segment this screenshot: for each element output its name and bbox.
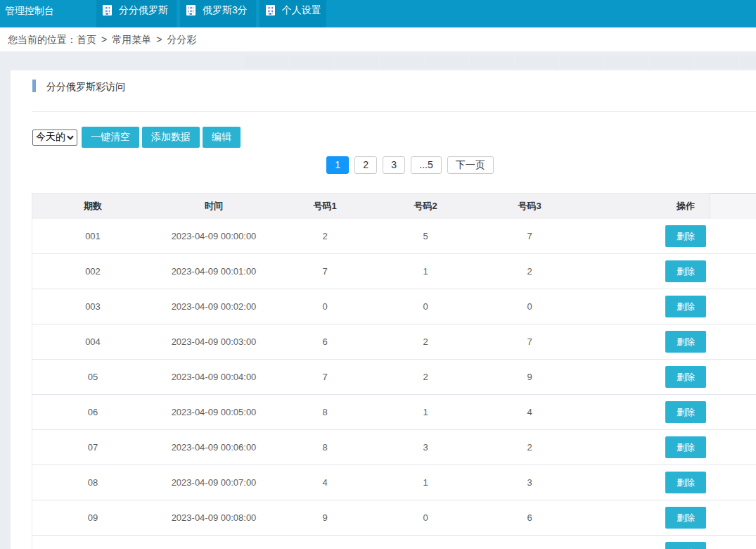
cell-n3: [475, 536, 584, 549]
nav-item-label: 俄罗斯3分: [203, 4, 248, 17]
cell-issue: 003: [32, 289, 153, 324]
period-filter-select[interactable]: 今天的: [32, 130, 77, 146]
cell-time: 2023-04-09 00:04:00: [153, 360, 274, 395]
page-button-3[interactable]: 3: [383, 156, 405, 174]
cell-issue: 05: [32, 360, 153, 395]
cell-n2: 0: [376, 500, 475, 536]
cell-time: 2023-04-09 00:08:00: [153, 500, 274, 536]
cell-issue: 08: [32, 465, 153, 500]
breadcrumb: 您当前的位置：首页>常用菜单>分分彩: [0, 27, 756, 51]
building-icon: [266, 5, 275, 15]
edit-button[interactable]: 编辑: [203, 127, 241, 148]
add-data-button[interactable]: 添加数据: [142, 127, 200, 148]
building-icon: [186, 5, 196, 15]
breadcrumb-items: 首页>常用菜单>分分彩: [77, 34, 196, 45]
cell-actions: 删除: [584, 360, 756, 395]
cell-n3: 9: [475, 360, 584, 395]
cell-n2: 1: [376, 465, 475, 500]
navbar-menu: 分分俄罗斯俄罗斯3分个人设置: [96, 0, 326, 27]
title-marker: [32, 80, 36, 92]
breadcrumb-item-0[interactable]: 首页: [77, 34, 96, 45]
toolbar: 今天的 一键清空添加数据编辑: [32, 127, 756, 148]
cell-n1: 7: [274, 360, 376, 395]
table-row: 092023-04-09 00:08:00906删除: [32, 500, 756, 536]
delete-button[interactable]: 删除: [665, 401, 706, 423]
column-header-1: 期数: [32, 193, 153, 219]
table-header-row: 期数时间号码1号码2号码3操作: [32, 193, 756, 219]
cell-n1: 2: [274, 219, 376, 254]
nav-item-settings[interactable]: 个人设置: [260, 0, 326, 27]
delete-button[interactable]: 删除: [665, 260, 706, 282]
delete-button[interactable]: 删除: [665, 296, 706, 317]
cell-issue: 002: [32, 254, 153, 289]
cell-issue: 07: [32, 430, 153, 465]
nav-item-label: 个人设置: [282, 4, 321, 17]
table-row: 0032023-04-09 00:02:00000删除: [32, 289, 756, 324]
cell-n1: 0: [274, 289, 376, 324]
table-row: 062023-04-09 00:05:00814删除: [32, 395, 756, 430]
nav-item-label: 分分俄罗斯: [119, 4, 168, 17]
cell-n2: 2: [376, 324, 475, 360]
cell-time: 2023-04-09 00:05:00: [153, 395, 274, 430]
cell-n2: 0: [376, 289, 475, 324]
next-page-button[interactable]: 下一页: [447, 156, 494, 174]
cell-issue: 09: [32, 500, 153, 536]
delete-button[interactable]: 删除: [665, 542, 706, 549]
app-title: 管理控制台: [5, 0, 54, 21]
cell-n3: 7: [475, 324, 584, 360]
page-button-2[interactable]: 2: [354, 156, 377, 174]
cell-n1: 6: [274, 324, 376, 360]
page-button-1[interactable]: 1: [326, 156, 349, 174]
cell-n2: 1: [376, 254, 475, 289]
cell-issue: 004: [32, 324, 153, 360]
chevron-down-icon: [67, 135, 74, 140]
table-row: 072023-04-09 00:06:00832删除: [32, 430, 756, 465]
delete-button[interactable]: 删除: [665, 225, 706, 247]
cell-time: [153, 536, 274, 549]
cell-n1: 9: [274, 500, 376, 536]
breadcrumb-item-1[interactable]: 常用菜单: [112, 34, 151, 45]
band-decoration: [245, 56, 756, 68]
cell-n3: 2: [475, 254, 584, 289]
delete-button[interactable]: 删除: [665, 366, 706, 388]
breadcrumb-separator: >: [156, 34, 162, 45]
delete-button[interactable]: 删除: [665, 331, 706, 353]
cell-time: 2023-04-09 00:02:00: [153, 289, 274, 324]
cell-actions: 删除: [584, 289, 756, 324]
cell-n1: 4: [274, 465, 376, 500]
delete-button[interactable]: 删除: [665, 436, 706, 458]
column-header-5: 号码3: [475, 193, 584, 219]
cell-actions: 删除: [584, 324, 756, 360]
column-header-3: 号码1: [274, 193, 376, 219]
cell-actions: 删除: [584, 536, 756, 549]
table-row: 0012023-04-09 00:00:00257删除: [32, 219, 756, 254]
table-row: 052023-04-09 00:04:00729删除: [32, 360, 756, 395]
cell-actions: 删除: [584, 219, 756, 254]
breadcrumb-item-2: 分分彩: [167, 34, 196, 45]
clear-all-button[interactable]: 一键清空: [82, 127, 139, 148]
cell-n3: 6: [475, 500, 584, 536]
cell-n1: 8: [274, 430, 376, 465]
building-icon: [103, 5, 112, 15]
cell-time: 2023-04-09 00:07:00: [153, 465, 274, 500]
cell-time: 2023-04-09 00:01:00: [153, 254, 274, 289]
cell-time: 2023-04-09 00:06:00: [153, 430, 274, 465]
cell-time: 2023-04-09 00:03:00: [153, 324, 274, 360]
delete-button[interactable]: 删除: [665, 472, 706, 493]
divider: [32, 111, 756, 112]
panel-title: 分分俄罗斯彩访问: [32, 80, 756, 92]
table-row: 0022023-04-09 00:01:00712删除: [32, 254, 756, 289]
data-table: 期数时间号码1号码2号码3操作 0012023-04-09 00:00:0025…: [32, 193, 756, 549]
table-row: 0042023-04-09 00:03:00627删除: [32, 324, 756, 360]
delete-button[interactable]: 删除: [665, 507, 706, 529]
cell-n1: 7: [274, 254, 376, 289]
page-button-...5[interactable]: ...5: [411, 156, 441, 174]
cell-n3: 2: [475, 430, 584, 465]
nav-item-els3f[interactable]: 俄罗斯3分: [180, 0, 256, 27]
breadcrumb-prefix: 您当前的位置：: [8, 34, 77, 45]
cell-actions: 删除: [584, 500, 756, 536]
period-filter-value: 今天的: [36, 131, 65, 144]
nav-item-ffels[interactable]: 分分俄罗斯: [96, 0, 177, 27]
cell-n1: 8: [274, 395, 376, 430]
cell-actions: 删除: [584, 430, 756, 465]
